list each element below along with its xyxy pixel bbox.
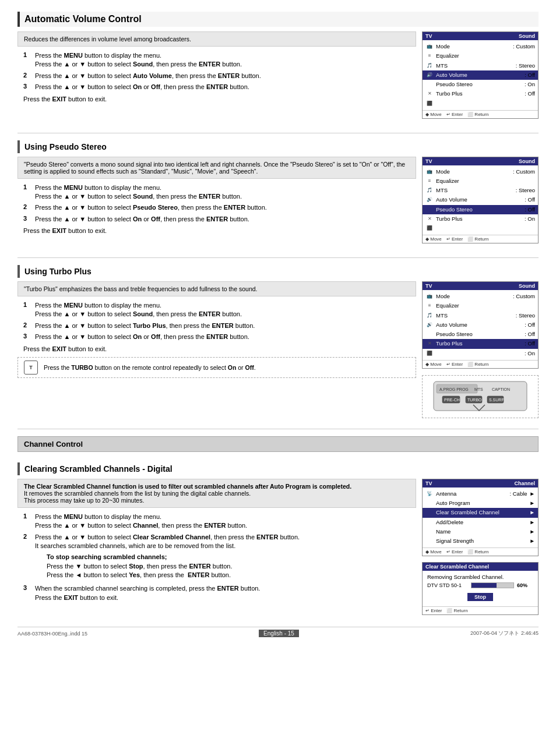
step-num: 1 [23,51,33,69]
to-stop-box: To stop searching scrambled channels; Pr… [47,553,416,580]
tv-value: : Off [525,90,535,98]
footer-date: 2007-06-04 ソフネト 2:46:45 [470,630,539,637]
tv-value: : Cable [509,490,527,498]
step-text: Press the ▲ or ▼ button to select On or … [35,83,416,91]
tv-label: Mode [436,168,511,176]
channel-label: DTV STD 50-1 [427,582,468,588]
tv-footer-move: ◆ Move [425,362,442,367]
tv-menu-row-selected: 🔊 Auto Volume : Off [423,70,538,80]
footer-enter: ↵ Enter [425,608,442,613]
tv-menu-row: 🔊 Auto Volume : Off [423,195,538,204]
tv-icon: ⬛ [425,349,434,358]
stop-button[interactable]: Stop [467,593,493,601]
tv-header-left: TV [425,481,432,486]
turbo-note-icon: T [24,361,38,375]
tv-menu-row-selected: Pseudo Stereo : Off [423,205,538,214]
tv-menu-footer: ◆ Move ↵ Enter ⬜ Return [423,235,538,243]
tv-icon: ✕ [425,215,434,223]
tv-arrow: ► [530,490,535,498]
tv-menu-body: 📺 Mode : Custom ≡ Equalizer 🎵 MTS : Ster… [423,40,538,110]
step-1: 1 Press the MENU button to display the m… [23,51,416,69]
tv-icon: ⬛ [425,224,434,232]
tv-label: Mode [436,43,511,51]
tv-icon: 🎵 [425,312,434,320]
tv-label: MTS [436,186,513,195]
tv-value: : On [525,215,535,223]
turbo-plus-content: "Turbo Plus" emphasizes the bass and tre… [17,281,416,378]
tv-value: : Custom [513,292,535,301]
tv-icon [425,330,434,338]
clearing-scrambled-highlight: The Clear Scrambled Channel function is … [17,479,416,508]
tv-label: Equalizer [436,52,533,60]
tv-menu-row: ≡ Equalizer [423,51,538,61]
tv-menu-body: 📡 Antenna : Cable ► Auto Program ► Clear… [423,487,538,548]
svg-text:S.SURF: S.SURF [489,398,504,402]
svg-text:A.PROG PROG: A.PROG PROG [439,387,469,391]
pseudo-stereo-title: Using Pseudo Stereo [17,140,539,153]
tv-menu-row: Add/Delete ► [423,518,538,527]
footer-file: AA68-03783H-00Eng..indd 15 [17,631,87,637]
clearing-scrambled-content: The Clear Scrambled Channel function is … [17,479,416,606]
page-number: English - 15 [259,630,299,637]
svg-text:TURBO: TURBO [467,398,482,402]
tv-label: Turbo Plus [436,340,522,348]
exit-text: Press the EXIT button to exit. [23,227,416,234]
step-text: Press the MENU button to display the men… [35,183,416,202]
tv-label: Auto Volume [436,321,522,329]
tv-icon: 📺 [425,292,434,301]
tv-value: : Custom [513,43,535,51]
tv-menu-row: 📺 Mode : Custom [423,292,538,301]
divider-2 [17,257,539,258]
step-2: 2 Press the ▲ or ▼ button to select Pseu… [23,203,416,212]
tv-value: : Stereo [516,62,535,70]
tv-label: Pseudo Stereo [436,206,522,214]
tv-menu-body: 📺 Mode : Custom ≡ Equalizer 🎵 MTS : Ster… [423,165,538,235]
divider-3 [17,429,539,429]
turbo-note-text: Press the TURBO button on the remote con… [44,364,256,371]
tv-icon-turbo: ✕ [425,90,434,98]
pseudo-stereo-content: "Pseudo Stereo" converts a mono sound si… [17,157,416,237]
tv-menu-row: Auto Program ► [423,499,538,508]
channel-control-section: Channel Control [17,436,539,452]
svg-text:CAPTION: CAPTION [492,387,510,391]
step-1: 1 Press the MENU button to display the m… [23,301,416,319]
channel-control-title: Channel Control [17,436,539,452]
tv-header-left: TV [425,283,432,289]
tv-menu-row: Signal Strength ► [423,536,538,546]
step-text: Press the ▲ or ▼ button to select On or … [35,215,416,224]
step-2: 2 Press the ▲ or ▼ button to select Auto… [23,72,416,80]
progress-footer: ↵ Enter ⬜ Return [423,606,538,614]
step-text: Press the ▲ or ▼ button to select Turbo … [35,322,416,330]
tv-arrow: ► [530,499,535,507]
tv-menu-row: ≡ Equalizer [423,176,538,186]
tv-icon: 📡 [425,490,434,498]
tv-label: MTS [436,312,513,320]
tv-menu-row-selected: ✕ Turbo Plus : Off [423,339,538,348]
tv-footer-enter: ↵ Enter [446,236,463,242]
tv-icon-mts: 🎵 [425,62,434,70]
tv-value: : Off [525,330,535,338]
exit-text: Press the EXIT button to exit. [23,96,416,103]
tv-value: : Stereo [516,186,535,195]
tv-footer-move: ◆ Move [425,236,442,242]
tv-footer-enter: ↵ Enter [446,112,463,117]
tv-menu-row-selected: Clear Scrambled Channel ► [423,508,538,517]
tv-menu-header: TV Channel [423,479,538,487]
tv-icon: ≡ [425,302,434,310]
tv-icon [425,528,434,536]
pseudo-stereo-steps: 1 Press the MENU button to display the m… [23,183,416,224]
step-num: 3 [23,333,33,341]
tv-menu-row: 🎵 MTS : Stereo [423,311,538,320]
tv-menu-row: Pseudo Stereo : Off [423,330,538,339]
step-num: 3 [23,215,33,224]
step-text: Press the ▲ or ▼ button to select On or … [35,333,416,341]
channel-tv-menu: TV Channel 📡 Antenna : Cable ► Auto Prog… [422,479,539,557]
tv-icon [425,537,434,545]
progress-bar-row: DTV STD 50-1 60% [427,582,533,588]
turbo-plus-section: Using Turbo Plus TV Sound 📺 Mode : Custo… [17,265,539,418]
tv-menu-header: TV Sound [423,282,538,290]
tv-footer-enter: ↵ Enter [446,549,463,554]
tv-label: Auto Program [436,499,527,507]
tv-menu-header-left: TV [425,33,432,39]
tv-icon: ✕ [425,340,434,348]
